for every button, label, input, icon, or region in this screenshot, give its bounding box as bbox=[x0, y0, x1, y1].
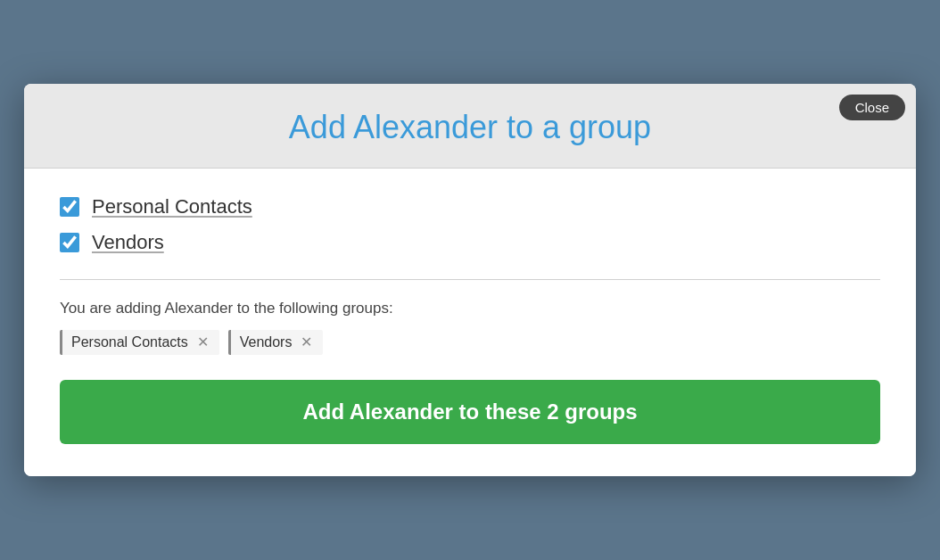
checkbox-vendors[interactable] bbox=[60, 233, 79, 252]
checkbox-item-vendors[interactable]: Vendors bbox=[60, 231, 880, 254]
checkbox-label-vendors: Vendors bbox=[92, 231, 164, 254]
modal-header: Add Alexander to a group bbox=[24, 84, 916, 169]
checkbox-group: Personal Contacts Vendors bbox=[60, 195, 880, 254]
checkbox-item-personal[interactable]: Personal Contacts bbox=[60, 195, 880, 218]
modal-overlay: Close Add Alexander to a group Personal … bbox=[0, 0, 940, 560]
modal-title: Add Alexander to a group bbox=[60, 109, 880, 146]
add-to-groups-button[interactable]: Add Alexander to these 2 groups bbox=[60, 380, 880, 444]
tag-vendors-label: Vendors bbox=[240, 334, 293, 350]
checkbox-personal[interactable] bbox=[60, 197, 79, 217]
summary-text: You are adding Alexander to the followin… bbox=[60, 300, 880, 317]
close-button[interactable]: Close bbox=[839, 95, 905, 120]
tags-row: Personal Contacts ✕ Vendors ✕ bbox=[60, 330, 880, 355]
tag-personal-contacts: Personal Contacts ✕ bbox=[60, 330, 219, 355]
tag-vendors: Vendors ✕ bbox=[228, 330, 324, 355]
tag-personal-label: Personal Contacts bbox=[71, 334, 188, 350]
divider bbox=[60, 279, 880, 280]
tag-personal-remove[interactable]: ✕ bbox=[197, 335, 209, 350]
checkbox-label-personal: Personal Contacts bbox=[92, 195, 252, 218]
modal-body: Personal Contacts Vendors You are adding… bbox=[24, 169, 916, 476]
tag-vendors-remove[interactable]: ✕ bbox=[301, 335, 312, 350]
modal-dialog: Close Add Alexander to a group Personal … bbox=[24, 84, 916, 476]
